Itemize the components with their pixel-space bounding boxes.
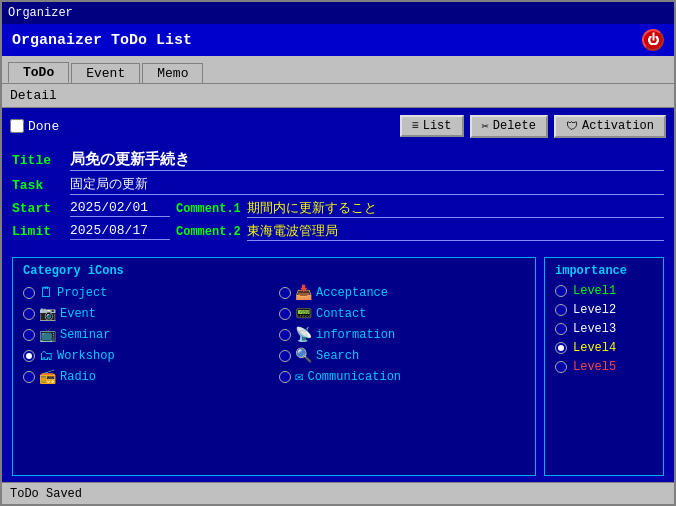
category-grid: 🗒 Project 📥 Acceptance 📷 Event xyxy=(23,284,525,385)
imp-label-level1: Level1 xyxy=(573,284,616,298)
main-header: Organaizer ToDo List ⏻ xyxy=(2,24,674,56)
list-label: List xyxy=(423,119,452,133)
cat-item-acceptance[interactable]: 📥 Acceptance xyxy=(279,284,525,301)
tab-event[interactable]: Event xyxy=(71,63,140,83)
detail-label: Detail xyxy=(10,88,57,103)
imp-radio-level4 xyxy=(555,342,567,354)
activation-button[interactable]: 🛡 Activation xyxy=(554,115,666,138)
cat-label-seminar: Seminar xyxy=(60,328,110,342)
cat-radio-information xyxy=(279,329,291,341)
workshop-icon: 🗂 xyxy=(39,348,53,364)
cat-radio-search xyxy=(279,350,291,362)
communication-icon: ✉ xyxy=(295,368,303,385)
status-text: ToDo Saved xyxy=(10,487,82,501)
window-title: Organizer xyxy=(8,6,73,20)
cat-radio-communication xyxy=(279,371,291,383)
imp-label-level5: Level5 xyxy=(573,360,616,374)
cat-label-radio: Radio xyxy=(60,370,96,384)
app-title: Organaizer ToDo List xyxy=(12,32,192,49)
seminar-icon: 📺 xyxy=(39,326,56,343)
cat-label-information: information xyxy=(316,328,395,342)
category-title: Category iCons xyxy=(23,264,525,278)
imp-item-level2[interactable]: Level2 xyxy=(555,303,653,317)
cat-label-communication: Communication xyxy=(307,370,401,384)
done-checkbox[interactable] xyxy=(10,119,24,133)
cat-radio-acceptance xyxy=(279,287,291,299)
cat-item-contact[interactable]: 📟 Contact xyxy=(279,305,525,322)
cat-radio-contact xyxy=(279,308,291,320)
delete-icon: ✂ xyxy=(482,119,489,134)
comment2-value: 東海電波管理局 xyxy=(247,222,664,241)
importance-box: importance Level1 Level2 Level3 Level4 L… xyxy=(544,257,664,476)
cat-item-communication[interactable]: ✉ Communication xyxy=(279,368,525,385)
imp-item-level4[interactable]: Level4 xyxy=(555,341,653,355)
cat-label-contact: Contact xyxy=(316,307,366,321)
activation-icon: 🛡 xyxy=(566,119,578,134)
tab-memo[interactable]: Memo xyxy=(142,63,203,83)
power-icon: ⏻ xyxy=(647,33,659,48)
cat-radio-seminar xyxy=(23,329,35,341)
category-box: Category iCons 🗒 Project 📥 Acceptance xyxy=(12,257,536,476)
toolbar: Done ≡ List ✂ Delete 🛡 Activation xyxy=(2,108,674,144)
cat-item-radio[interactable]: 📻 Radio xyxy=(23,368,269,385)
imp-radio-level2 xyxy=(555,304,567,316)
start-date-value: 2025/02/01 xyxy=(70,200,170,217)
importance-title: importance xyxy=(555,264,653,278)
cat-label-acceptance: Acceptance xyxy=(316,286,388,300)
cat-item-seminar[interactable]: 📺 Seminar xyxy=(23,326,269,343)
tab-todo[interactable]: ToDo xyxy=(8,62,69,83)
imp-item-level3[interactable]: Level3 xyxy=(555,322,653,336)
title-field-label: Title xyxy=(12,153,64,168)
imp-radio-level5 xyxy=(555,361,567,373)
main-window: Organizer Organaizer ToDo List ⏻ ToDo Ev… xyxy=(0,0,676,506)
contact-icon: 📟 xyxy=(295,305,312,322)
cat-radio-workshop xyxy=(23,350,35,362)
comment1-label: Comment.1 xyxy=(176,202,241,216)
imp-label-level3: Level3 xyxy=(573,322,616,336)
done-label: Done xyxy=(28,119,59,134)
cat-radio-project xyxy=(23,287,35,299)
content-fields: Title 局免の更新手続き Task 固定局の更新 Start 2025/02… xyxy=(2,144,674,251)
tab-bar: ToDo Event Memo xyxy=(2,56,674,84)
status-bar: ToDo Saved xyxy=(2,482,674,504)
delete-label: Delete xyxy=(493,119,536,133)
imp-radio-level1 xyxy=(555,285,567,297)
cat-item-information[interactable]: 📡 information xyxy=(279,326,525,343)
comment2-label: Comment.2 xyxy=(176,225,241,239)
cat-item-search[interactable]: 🔍 Search xyxy=(279,347,525,364)
cat-item-event[interactable]: 📷 Event xyxy=(23,305,269,322)
start-field-label: Start xyxy=(12,201,64,216)
task-field-value: 固定局の更新 xyxy=(70,175,664,195)
search-icon: 🔍 xyxy=(295,347,312,364)
cat-radio-event xyxy=(23,308,35,320)
power-button[interactable]: ⏻ xyxy=(642,29,664,51)
task-row: Task 固定局の更新 xyxy=(12,175,664,195)
event-icon: 📷 xyxy=(39,305,56,322)
cat-label-event: Event xyxy=(60,307,96,321)
limit-date-value: 2025/08/17 xyxy=(70,223,170,240)
imp-radio-level3 xyxy=(555,323,567,335)
acceptance-icon: 📥 xyxy=(295,284,312,301)
cat-item-workshop[interactable]: 🗂 Workshop xyxy=(23,347,269,364)
imp-item-level5[interactable]: Level5 xyxy=(555,360,653,374)
cat-label-workshop: Workshop xyxy=(57,349,115,363)
project-icon: 🗒 xyxy=(39,285,53,301)
imp-item-level1[interactable]: Level1 xyxy=(555,284,653,298)
title-row: Title 局免の更新手続き xyxy=(12,150,664,171)
imp-label-level4: Level4 xyxy=(573,341,616,355)
cat-radio-radio xyxy=(23,371,35,383)
detail-bar: Detail xyxy=(2,84,674,108)
limit-row: Limit 2025/08/17 Comment.2 東海電波管理局 xyxy=(12,222,664,241)
cat-item-project[interactable]: 🗒 Project xyxy=(23,284,269,301)
start-row: Start 2025/02/01 Comment.1 期間内に更新すること xyxy=(12,199,664,218)
list-icon: ≡ xyxy=(412,119,419,133)
delete-button[interactable]: ✂ Delete xyxy=(470,115,548,138)
limit-field-label: Limit xyxy=(12,224,64,239)
cat-label-search: Search xyxy=(316,349,359,363)
activation-label: Activation xyxy=(582,119,654,133)
list-button[interactable]: ≡ List xyxy=(400,115,464,137)
imp-label-level2: Level2 xyxy=(573,303,616,317)
done-checkbox-group: Done xyxy=(10,119,59,134)
radio-icon: 📻 xyxy=(39,368,56,385)
bottom-area: Category iCons 🗒 Project 📥 Acceptance xyxy=(2,251,674,482)
